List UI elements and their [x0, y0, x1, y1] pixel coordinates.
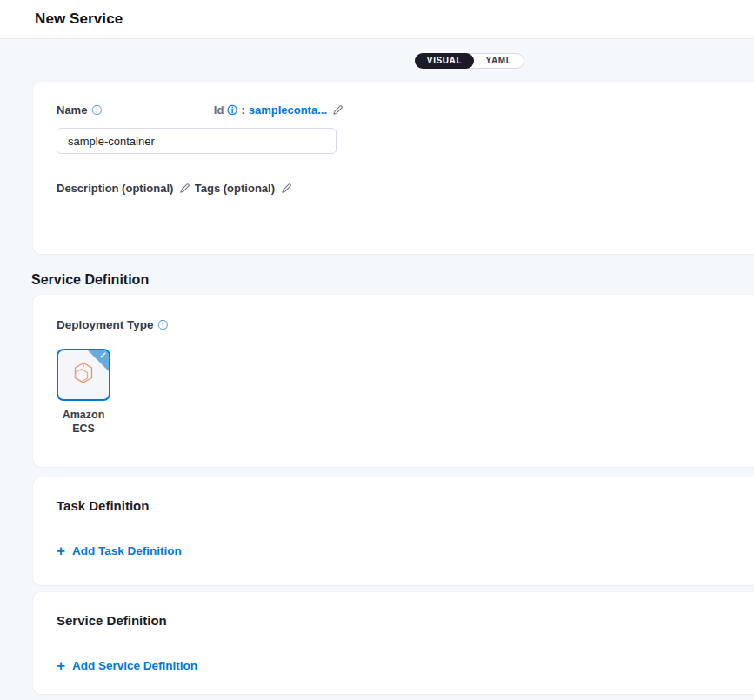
check-icon: ✓ [100, 350, 107, 360]
tags-label: Tags (optional) [195, 182, 275, 195]
service-overview-card: Name ⓘ Id ⓘ : sampleconta... Description… [33, 82, 754, 254]
name-info-icon[interactable]: ⓘ [91, 105, 102, 116]
add-task-definition-label: Add Task Definition [72, 544, 182, 557]
deployment-type-info-icon[interactable]: ⓘ [158, 320, 169, 330]
id-label: Id [214, 103, 224, 117]
tab-visual[interactable]: VISUAL [415, 53, 474, 69]
task-definition-title: Task Definition [57, 499, 739, 513]
description-label: Description (optional) [57, 182, 173, 195]
visual-yaml-toggle: VISUAL YAML [415, 53, 524, 69]
service-definition-title: Service Definition [57, 614, 739, 628]
add-service-definition-label: Add Service Definition [72, 659, 197, 672]
name-label: Name [57, 103, 87, 117]
tab-yaml[interactable]: YAML [474, 54, 524, 68]
id-separator: : [241, 103, 244, 117]
task-definition-card: Task Definition + Add Task Definition [33, 477, 754, 585]
deployment-option-amazon-ecs: ✓ Amazon ECS [57, 349, 110, 436]
amazon-ecs-label: Amazon ECS [57, 409, 110, 436]
edit-id-icon[interactable] [332, 104, 344, 116]
deployment-type-label: Deployment Type [57, 318, 154, 331]
section-heading-service-definition: Service Definition [31, 272, 754, 287]
page-header: New Service [0, 0, 754, 39]
edit-tags-icon[interactable] [281, 183, 292, 194]
edit-description-icon[interactable] [179, 183, 190, 194]
page-title: New Service [35, 10, 123, 28]
id-info-icon[interactable]: ⓘ [227, 105, 237, 116]
service-definition-card: Service Definition + Add Service Definit… [33, 592, 754, 694]
plus-icon: + [57, 545, 65, 557]
add-task-definition-button[interactable]: + Add Task Definition [57, 544, 182, 557]
name-id-row: Name ⓘ Id ⓘ : sampleconta... [57, 103, 344, 117]
tags-toggle[interactable]: Tags (optional) [195, 182, 292, 195]
name-label-group: Name ⓘ [57, 103, 102, 117]
deployment-type-card: Deployment Type ⓘ ✓ Amazon ECS [33, 295, 754, 467]
add-service-definition-button[interactable]: + Add Service Definition [57, 659, 197, 672]
id-value[interactable]: sampleconta... [249, 103, 327, 117]
service-name-input[interactable] [57, 128, 337, 154]
plus-icon: + [57, 660, 65, 671]
amazon-ecs-tile[interactable]: ✓ [57, 349, 110, 401]
deployment-type-label-group: Deployment Type ⓘ [57, 318, 169, 331]
id-group: Id ⓘ : sampleconta... [214, 103, 344, 117]
content-area: VISUAL YAML Name ⓘ Id ⓘ : sampleconta...… [0, 39, 754, 694]
description-toggle[interactable]: Description (optional) [57, 182, 190, 195]
